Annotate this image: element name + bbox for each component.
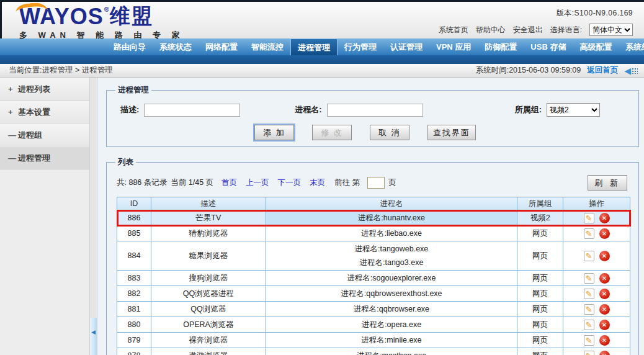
header-link[interactable]: 系统首页 [439, 25, 468, 35]
delete-icon[interactable]: ✕ [599, 213, 610, 223]
delete-icon[interactable]: ✕ [599, 273, 610, 284]
process-name-line: 进程名:liebao.exe [269, 227, 515, 240]
sidebar-item[interactable]: +进程列表 [0, 78, 89, 101]
cell-group: 网页 [517, 333, 563, 348]
sidebar-item[interactable]: —进程管理 [0, 146, 89, 169]
nav-item[interactable]: VPN 应用 [429, 38, 478, 55]
nav-item[interactable]: 认证管理 [383, 38, 429, 55]
back-home-link[interactable]: 返回首页 [587, 65, 618, 76]
pagination-link[interactable]: 上一页 [246, 178, 269, 187]
delete-icon[interactable]: ✕ [599, 335, 610, 346]
nav-item[interactable]: 路由向导 [107, 38, 153, 55]
delete-icon[interactable]: ✕ [599, 228, 610, 239]
nav-item[interactable]: 系统状态 [153, 38, 199, 55]
process-name-input[interactable] [327, 104, 423, 117]
cell-description: 糖果浏览器 [151, 241, 266, 271]
operations-wrap: ✎✕ [566, 304, 627, 315]
operations-wrap: ✎✕ [566, 273, 627, 284]
current-page: 当前 1/45 页 [171, 178, 213, 188]
edit-icon[interactable]: ✎ [584, 351, 594, 355]
nav-item[interactable]: 防御配置 [478, 38, 524, 55]
cell-operations: ✎✕ [563, 317, 630, 333]
sidebar-divider: ◀ [90, 78, 97, 355]
process-name-line: 进程名:maxthon.exe [269, 349, 515, 355]
logo-tagline: 多 WAN 智 能 路 由 专 家 [19, 30, 184, 41]
refresh-button[interactable]: 刷 新 [588, 175, 627, 191]
cell-description: OPERA浏览器 [151, 317, 266, 333]
goto-page-input[interactable] [367, 177, 385, 189]
language-select[interactable]: 简体中文 [589, 24, 633, 36]
cell-id: 881 [117, 302, 151, 317]
table-header-cell: ID [117, 197, 151, 210]
cell-process-name: 进程名:qqbrowserexthost.exe [266, 286, 517, 302]
form-button[interactable]: 取 消 [370, 125, 409, 140]
nav-item[interactable]: 智能流控 [244, 38, 290, 55]
cell-group: 网页 [517, 226, 563, 241]
edit-icon[interactable]: ✎ [584, 273, 594, 284]
delete-icon[interactable]: ✕ [599, 251, 610, 261]
delete-icon[interactable]: ✕ [599, 320, 610, 330]
sidebar-collapse-handle[interactable]: ◀ [90, 318, 97, 355]
table-row: 878遨游浏览器进程名:maxthon.exe网页✎✕ [117, 348, 630, 355]
delete-icon[interactable]: ✕ [599, 304, 610, 315]
nav-item[interactable]: 网络配置 [199, 38, 244, 55]
nav-item-active[interactable]: 进程管理 [290, 38, 338, 55]
pagination-link[interactable]: 末页 [310, 178, 325, 187]
desc-input[interactable] [144, 104, 240, 117]
sidebar-item-prefix-icon: — [8, 124, 18, 146]
pagination-link[interactable]: 首页 [221, 178, 237, 187]
goto-prefix: 前往 第 [334, 178, 360, 188]
cell-group: 网页 [517, 348, 563, 355]
process-name-line: 进程名:qqbrowser.exe [269, 302, 515, 316]
cell-group: 网页 [517, 271, 563, 286]
cell-id: 882 [117, 286, 151, 302]
goto-suffix: 页 [388, 178, 396, 188]
edit-icon[interactable]: ✎ [584, 304, 594, 315]
logo: WAYOS ® 维盟 多 WAN 智 能 路 由 专 家 [19, 4, 184, 38]
header-links: 系统首页帮助中心安全退出 选择语言: 简体中文 [439, 24, 633, 36]
operations-wrap: ✎✕ [566, 335, 627, 346]
operations-wrap: ✎✕ [566, 213, 627, 223]
edit-icon[interactable]: ✎ [584, 335, 594, 346]
header-link[interactable]: 帮助中心 [476, 25, 506, 35]
cell-operations: ✎✕ [563, 302, 630, 317]
table-header-cell: 描述 [151, 197, 266, 210]
logo-chinese: 维盟 [110, 6, 153, 26]
header-right: 版本:S100-N9.06.169 系统首页帮助中心安全退出 选择语言: 简体中… [439, 4, 633, 38]
form-button[interactable]: 添 加 [254, 125, 294, 140]
nav-item[interactable]: USB 存储 [524, 38, 573, 55]
cell-group: 网页 [517, 317, 563, 333]
cell-process-name: 进程名:opera.exe [266, 317, 517, 333]
edit-icon[interactable]: ✎ [584, 289, 594, 299]
process-name-line: 进程名:miniie.exe [269, 333, 515, 347]
edit-icon[interactable]: ✎ [584, 251, 594, 261]
back-home-arrow-icon: ◀ [624, 66, 638, 76]
table-header-row: ID描述进程名所属组操作 [117, 197, 630, 210]
pagination-link[interactable]: 下一页 [278, 178, 302, 187]
edit-icon[interactable]: ✎ [584, 228, 594, 239]
cell-process-name: 进程名:maxthon.exe [266, 348, 517, 355]
operations-wrap: ✎✕ [566, 351, 627, 355]
cell-operations: ✎✕ [563, 210, 630, 226]
sidebar-item[interactable]: +基本设置 [0, 101, 89, 124]
table-header-cell: 操作 [563, 197, 630, 210]
delete-icon[interactable]: ✕ [599, 351, 610, 355]
pagination-bar: 共: 886 条记录 当前 1/45 页 首页上一页下一页末页 前往 第 页 刷… [117, 175, 632, 191]
operations-wrap: ✎✕ [566, 228, 627, 239]
nav-sub-strip [0, 55, 644, 64]
group-select[interactable]: 视频2 [547, 103, 600, 117]
nav-item[interactable]: 行为管理 [338, 38, 383, 55]
form-button[interactable]: 查找界面 [427, 125, 476, 140]
sidebar-item[interactable]: —进程组 [0, 124, 89, 146]
system-time: 系统时间:2015-06-03 09:59:09 [476, 65, 581, 76]
sidebar-item-label: 进程管理 [18, 153, 50, 163]
header-link[interactable]: 安全退出 [513, 25, 543, 35]
header: WAYOS ® 维盟 多 WAN 智 能 路 由 专 家 版本:S100-N9.… [0, 0, 644, 38]
edit-icon[interactable]: ✎ [584, 320, 594, 330]
nav-item[interactable]: 高级配置 [573, 38, 619, 55]
cell-group: 网页 [517, 241, 563, 271]
edit-icon[interactable]: ✎ [584, 213, 594, 223]
delete-icon[interactable]: ✕ [599, 289, 610, 299]
logo-registered-mark: ® [104, 6, 109, 13]
nav-item[interactable]: 系统维护 [619, 38, 644, 55]
